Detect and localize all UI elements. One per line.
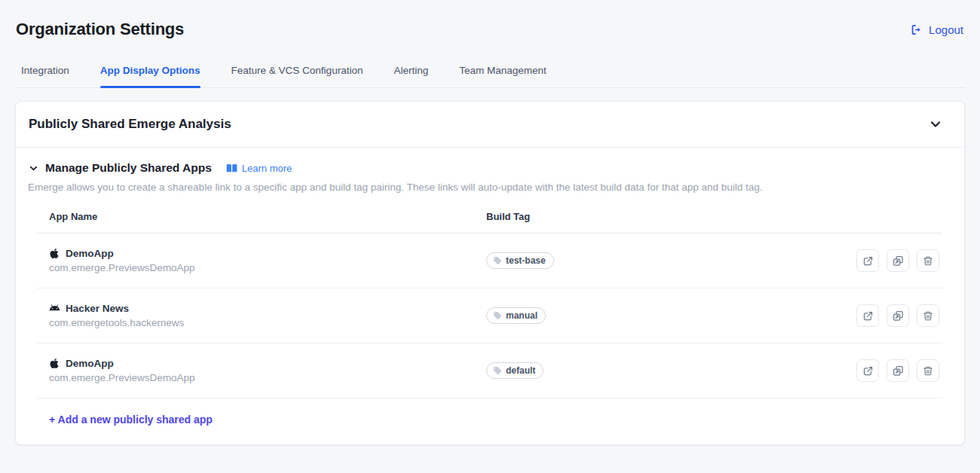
copy-link-button[interactable] (887, 304, 909, 327)
build-tag-pill: manual (486, 307, 546, 324)
top-bar: Organization Settings Logout (15, 0, 965, 39)
copy-link-button[interactable] (887, 359, 909, 382)
apple-icon (49, 358, 60, 369)
add-app-row: + Add a new publicly shared app (37, 398, 942, 432)
android-icon (49, 303, 60, 314)
card-collapse-header[interactable]: Publicly Shared Emerge Analysis (16, 102, 964, 147)
trash-icon (923, 255, 933, 267)
open-link-button[interactable] (856, 359, 879, 382)
logout-label: Logout (929, 23, 963, 36)
build-tag-cell: default (486, 362, 856, 379)
settings-tab-bar: Integration App Display Options Feature … (15, 60, 965, 88)
build-tag-label: manual (506, 310, 537, 321)
section-title: Manage Publicly Shared Apps (45, 161, 212, 175)
logout-button[interactable]: Logout (910, 23, 963, 36)
external-link-icon (862, 310, 874, 322)
copy-link-icon (893, 365, 904, 377)
card-title: Publicly Shared Emerge Analysis (29, 117, 231, 132)
table-row: DemoApp com.emerge.PreviewsDemoApp (37, 343, 942, 398)
external-link-icon (862, 255, 874, 267)
trash-icon (923, 365, 933, 377)
app-cell: DemoApp com.emerge.PreviewsDemoApp (49, 347, 486, 394)
app-cell: Hacker News com.emergetools.hackernews (49, 292, 486, 339)
app-bundle-id: com.emerge.PreviewsDemoApp (49, 372, 486, 383)
manage-shared-apps-section: Manage Publicly Shared Apps Learn more E… (16, 147, 964, 444)
app-name: DemoApp (66, 248, 114, 259)
tag-icon (493, 256, 502, 265)
build-tag-cell: manual (486, 307, 856, 324)
app-bundle-id: com.emergetools.hackernews (49, 317, 486, 328)
external-link-icon (862, 365, 874, 377)
delete-button[interactable] (917, 304, 939, 327)
table-body: DemoApp com.emerge.PreviewsDemoApp (37, 233, 942, 398)
row-actions (856, 249, 939, 272)
app-name: DemoApp (66, 358, 114, 369)
app-name: Hacker News (66, 303, 129, 314)
section-header: Manage Publicly Shared Apps Learn more (28, 161, 952, 175)
app-cell: DemoApp com.emerge.PreviewsDemoApp (49, 237, 486, 284)
copy-link-button[interactable] (887, 249, 909, 272)
settings-tab[interactable]: Feature & VCS Configuration (231, 60, 363, 87)
section-description: Emerge allows you to create a shareable … (28, 182, 952, 193)
chevron-down-icon[interactable] (28, 163, 39, 174)
delete-button[interactable] (917, 359, 939, 382)
shared-apps-table: App Name Build Tag (37, 203, 942, 432)
add-shared-app-button[interactable]: + Add a new publicly shared app (49, 413, 213, 426)
tag-icon (493, 311, 502, 320)
column-header-app-name: App Name (49, 203, 486, 231)
page-title: Organization Settings (16, 20, 184, 39)
row-actions (856, 304, 939, 327)
trash-icon (923, 310, 933, 322)
publicly-shared-card: Publicly Shared Emerge Analysis Manage P… (15, 101, 965, 445)
open-link-button[interactable] (856, 304, 879, 327)
copy-link-icon (893, 255, 904, 267)
settings-tab[interactable]: App Display Options (100, 60, 201, 87)
apple-icon (49, 248, 60, 259)
copy-link-icon (893, 310, 904, 322)
row-actions (856, 359, 939, 382)
organization-settings-page: Organization Settings Logout Integration… (0, 0, 980, 445)
build-tag-pill: test-base (486, 252, 554, 269)
chevron-down-icon[interactable] (928, 117, 943, 132)
delete-button[interactable] (917, 249, 939, 272)
build-tag-cell: test-base (486, 252, 856, 269)
book-icon (226, 163, 237, 173)
open-link-button[interactable] (856, 249, 879, 272)
settings-tab[interactable]: Alerting (394, 60, 428, 87)
learn-more-label: Learn more (242, 163, 292, 174)
table-header-row: App Name Build Tag (37, 203, 942, 233)
table-row: Hacker News com.emergetools.hackernews (37, 288, 942, 343)
table-row: DemoApp com.emerge.PreviewsDemoApp (37, 233, 942, 288)
settings-tab[interactable]: Integration (21, 60, 69, 87)
settings-tab[interactable]: Team Management (459, 60, 547, 87)
learn-more-link[interactable]: Learn more (226, 163, 292, 174)
column-header-build-tag: Build Tag (486, 203, 939, 231)
build-tag-pill: default (486, 362, 544, 379)
app-bundle-id: com.emerge.PreviewsDemoApp (49, 262, 486, 273)
build-tag-label: test-base (506, 255, 546, 266)
logout-arrow-icon (910, 23, 923, 36)
build-tag-label: default (506, 365, 535, 376)
tag-icon (493, 366, 502, 375)
